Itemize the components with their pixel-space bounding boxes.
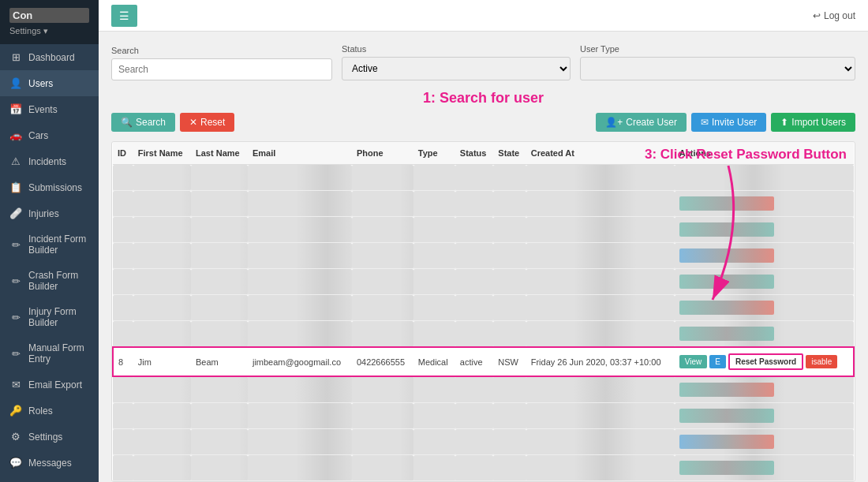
sidebar-item-label: Settings <box>28 432 89 443</box>
col-last-name: Last Name <box>191 142 248 165</box>
import-users-button[interactable]: ⬆ Import Users <box>771 113 855 132</box>
usertype-field-group: User Type <box>580 44 855 80</box>
cell-actions: View E Reset Password isable <box>675 347 854 376</box>
cell-id: 8 <box>113 347 133 376</box>
sidebar-item-injury-form-builder[interactable]: ✏ Injury Form Builder <box>0 299 99 335</box>
cell-status: active <box>455 347 494 376</box>
import-users-icon: ⬆ <box>780 117 788 128</box>
sidebar-item-label: Messages <box>28 458 89 469</box>
dashboard-icon: ⊞ <box>9 51 22 63</box>
sidebar-item-users[interactable]: 👤 Users <box>0 70 99 96</box>
sidebar-item-dashboard[interactable]: ⊞ Dashboard <box>0 44 99 70</box>
cell-last-name: Beam <box>191 347 248 376</box>
sidebar-item-manual-form-entry[interactable]: ✏ Manual Form Entry <box>0 335 99 372</box>
table-body: 1xxxxxxxxxxxxxxx@xxxxx.xx04xxxxxxxxxxxxx… <box>113 165 854 481</box>
cars-icon: 🚗 <box>9 129 22 141</box>
sidebar-item-messages[interactable]: 💬 Messages <box>0 450 99 476</box>
table-row: 4xxxxxxxxxxxxxxx@xxxxx.xx04xxxxxxxxxxxxx… <box>113 243 854 269</box>
create-user-button[interactable]: 👤+ Create User <box>596 113 687 132</box>
invite-user-button[interactable]: ✉ Invite User <box>691 113 766 132</box>
main-content: ☰ ↩ Log out Search Status Active Inactiv… <box>99 0 868 482</box>
sidebar-item-injuries[interactable]: 🩹 Injuries <box>0 200 99 226</box>
sidebar-item-cars[interactable]: 🚗 Cars <box>0 122 99 148</box>
sidebar-item-label: Injury Form Builder <box>28 306 89 328</box>
annotation-1: 1: Search for user <box>111 90 855 106</box>
cell-type: Medical <box>413 347 455 376</box>
col-phone: Phone <box>352 142 413 165</box>
edit-button[interactable]: E <box>709 355 726 368</box>
table-row: 12xxxxxxxxxxxxxxx@xxxxx.xx04xxxxxxxxxxxx… <box>113 455 854 481</box>
email-export-icon: ✉ <box>9 379 22 390</box>
view-button[interactable]: View <box>679 355 708 368</box>
users-table: ID First Name Last Name Email Phone Type… <box>112 142 855 481</box>
table-row: 5xxxxxxxxxxxxxxx@xxxxx.xx04xxxxxxxxxxxxx… <box>113 269 854 295</box>
incident-form-builder-icon: ✏ <box>9 239 22 251</box>
settings-icon: ⚙ <box>9 431 22 443</box>
search-field-group: Search <box>111 46 332 80</box>
col-status: Status <box>455 142 494 165</box>
cell-email: jimbeam@googmail.co <box>248 347 352 376</box>
col-actions: Actions <box>675 142 854 165</box>
sidebar-item-label: Injuries <box>28 208 89 219</box>
table-row: 3xxxxxxxxxxxxxxx@xxxxx.xx04xxxxxxxxxxxxx… <box>113 217 854 243</box>
highlighted-table-row: 8 Jim Beam jimbeam@googmail.co 042266655… <box>113 347 854 376</box>
sidebar-item-incident-form-builder[interactable]: ✏ Incident Form Builder <box>0 226 99 263</box>
search-button[interactable]: 🔍 Search <box>111 113 175 132</box>
table-row: 6xxxxxxxxxxxxxxx@xxxxx.xx04xxxxxxxxxxxxx… <box>113 295 854 321</box>
logout-label: Log out <box>824 10 855 21</box>
create-user-icon: 👤+ <box>605 117 623 128</box>
col-state: State <box>493 142 526 165</box>
sidebar-item-label: Manual Form Entry <box>28 342 89 364</box>
disable-button[interactable]: isable <box>806 355 837 368</box>
sidebar-item-label: Incident Form Builder <box>28 234 89 256</box>
sidebar-item-label: Roles <box>28 405 89 417</box>
org-name: Con <box>9 8 89 23</box>
table-row: 9xxxxxxxxxxxxxxx@xxxxx.xx04xxxxxxxxxxxxx… <box>113 376 854 403</box>
sidebar-item-settings[interactable]: ⚙ Settings <box>0 424 99 450</box>
cell-phone: 0422666555 <box>352 347 413 376</box>
submissions-icon: 📋 <box>9 181 22 193</box>
col-id: ID <box>113 142 133 165</box>
sidebar-item-label: Submissions <box>28 182 89 193</box>
users-icon: 👤 <box>9 77 22 89</box>
events-icon: 📅 <box>9 103 22 115</box>
sidebar-item-label: Cars <box>28 130 89 141</box>
reset-button[interactable]: ✕ Reset <box>180 113 234 132</box>
roles-icon: 🔑 <box>9 405 22 417</box>
cell-created-at: Friday 26 Jun 2020, 03:37 +10:00 <box>526 347 675 376</box>
col-email: Email <box>248 142 352 165</box>
sidebar-header: Con Settings ▾ <box>0 0 99 44</box>
actions-row: 🔍 Search ✕ Reset 👤+ Create User ✉ Invite… <box>111 113 855 132</box>
sidebar-item-label: Crash Form Builder <box>28 270 89 292</box>
sidebar-item-crash-form-builder[interactable]: ✏ Crash Form Builder <box>0 263 99 299</box>
sidebar-item-roles[interactable]: 🔑 Roles <box>0 398 99 424</box>
search-input[interactable] <box>111 58 332 80</box>
sidebar-item-label: Email Export <box>28 379 89 390</box>
logout-button[interactable]: ↩ Log out <box>813 10 855 21</box>
sidebar-item-label: Users <box>28 78 89 89</box>
create-invite-import-buttons: 👤+ Create User ✉ Invite User ⬆ Import Us… <box>596 113 855 132</box>
search-icon: 🔍 <box>121 117 133 128</box>
sidebar-item-incidents[interactable]: ⚠ Incidents <box>0 148 99 174</box>
table-row: 7xxxxxxxxxxxxxxx@xxxxx.xx04xxxxxxxxxxxxx… <box>113 321 854 348</box>
sidebar-item-email-export[interactable]: ✉ Email Export <box>0 372 99 398</box>
sidebar-item-label: Events <box>28 104 89 115</box>
status-select[interactable]: Active Inactive All <box>342 57 571 80</box>
users-table-wrapper: 3: Click Reset Password Button ID First … <box>111 141 855 482</box>
status-label: Status <box>342 44 571 54</box>
table-row: 10xxxxxxxxxxxxxxx@xxxxx.xx04xxxxxxxxxxxx… <box>113 403 854 429</box>
sidebar-item-submissions[interactable]: 📋 Submissions <box>0 174 99 200</box>
hamburger-button[interactable]: ☰ <box>111 5 137 27</box>
sidebar-item-label: Incidents <box>28 156 89 167</box>
sidebar-item-events[interactable]: 📅 Events <box>0 96 99 122</box>
settings-link[interactable]: Settings ▾ <box>9 26 89 36</box>
table-row: 2xxxxxxxxxxxxxxx@xxxxx.xx04xxxxxxxxxxxxx… <box>113 191 854 217</box>
logout-icon: ↩ <box>813 10 821 21</box>
cell-first-name: Jim <box>133 347 191 376</box>
page-content: Search Status Active Inactive All User T… <box>99 32 868 482</box>
usertype-select[interactable] <box>580 57 855 80</box>
messages-icon: 💬 <box>9 457 22 469</box>
table-header: ID First Name Last Name Email Phone Type… <box>113 142 854 165</box>
table-header-row: ID First Name Last Name Email Phone Type… <box>113 142 854 165</box>
reset-password-button[interactable]: Reset Password <box>728 353 803 370</box>
